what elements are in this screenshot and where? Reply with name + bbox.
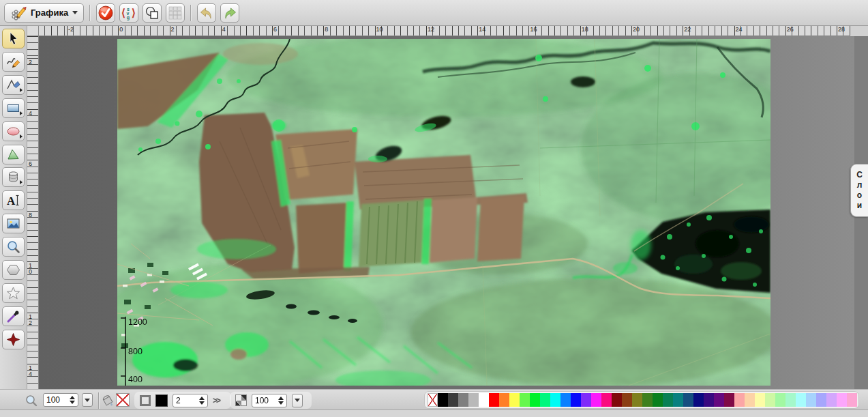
checkerboard-icon[interactable] — [235, 394, 247, 406]
svg-button[interactable]: ⟨ ⟩ s v g — [119, 3, 138, 23]
color-swatch[interactable] — [612, 393, 622, 407]
stroke-width-input[interactable] — [173, 396, 196, 405]
star-tool[interactable] — [2, 283, 25, 303]
hexagon-tool[interactable] — [2, 260, 25, 280]
overlap-shapes-icon — [144, 5, 160, 21]
h-ruler-label: 14 — [479, 26, 485, 33]
combine-shapes-button[interactable] — [143, 3, 162, 23]
v-ruler-label: 6 — [29, 161, 32, 167]
color-swatch[interactable] — [714, 393, 724, 407]
color-swatch[interactable] — [673, 393, 683, 407]
color-swatch[interactable] — [745, 393, 755, 407]
layers-panel-tab[interactable]: С л о и — [850, 164, 868, 217]
grid-button[interactable] — [166, 3, 185, 23]
color-picker-tool[interactable] — [2, 306, 25, 326]
freehand-tool[interactable] — [2, 52, 25, 72]
submenu-arrow-icon — [20, 111, 23, 115]
color-swatch[interactable] — [765, 393, 775, 407]
no-fill-swatch[interactable] — [116, 393, 130, 407]
zoom-spinner[interactable] — [43, 393, 78, 407]
text-tool[interactable]: A — [2, 190, 25, 210]
ellipse-tool[interactable] — [2, 121, 25, 141]
polygon-tool[interactable] — [2, 145, 25, 164]
color-swatch[interactable] — [540, 393, 550, 407]
zoom-dropdown-button[interactable] — [82, 393, 93, 407]
color-swatch[interactable] — [520, 393, 530, 407]
h-ruler-label: 22 — [684, 26, 691, 33]
axis-label-400: 400 — [128, 375, 143, 384]
color-swatch[interactable] — [550, 393, 560, 407]
submenu-arrow-icon — [20, 180, 23, 184]
stroke-color-swatch[interactable] — [155, 394, 168, 407]
color-swatch[interactable] — [837, 393, 847, 407]
bezier-tool[interactable] — [2, 75, 25, 95]
color-swatch[interactable] — [448, 393, 458, 407]
color-swatch[interactable] — [785, 393, 796, 407]
color-swatch[interactable] — [499, 393, 509, 407]
color-swatch[interactable] — [489, 393, 499, 407]
color-swatch[interactable] — [724, 393, 734, 407]
select-tool[interactable] — [2, 29, 25, 48]
magnifier-icon — [5, 239, 21, 255]
v-ruler-label: 1 2 — [29, 314, 32, 326]
top-toolbar: Графика ⟨ ⟩ s v g — [0, 0, 868, 26]
color-swatch[interactable] — [826, 393, 837, 407]
color-swatch[interactable] — [663, 393, 673, 407]
color-swatch[interactable] — [571, 393, 581, 407]
redo-button[interactable] — [220, 3, 239, 23]
red-star-tool[interactable] — [2, 330, 25, 349]
stroke-width-spinner[interactable] — [173, 394, 208, 407]
status-bar — [0, 410, 868, 417]
color-swatch[interactable] — [693, 393, 704, 407]
transparency-spinner[interactable] — [252, 394, 287, 407]
swatch-none[interactable] — [428, 393, 438, 407]
color-swatch[interactable] — [632, 393, 642, 407]
h-ruler-label: 12 — [428, 26, 434, 33]
spinner-arrows-icon[interactable] — [68, 396, 78, 404]
color-swatch[interactable] — [479, 393, 489, 407]
color-swatch[interactable] — [468, 393, 479, 407]
color-swatch[interactable] — [601, 393, 612, 407]
fill-tool-button[interactable] — [101, 393, 115, 407]
cylinder-tool[interactable] — [2, 167, 25, 187]
spinner-arrows-icon[interactable] — [198, 397, 207, 405]
color-swatch[interactable] — [816, 393, 826, 407]
color-swatch[interactable] — [704, 393, 714, 407]
magnifier-icon — [25, 394, 38, 407]
transparency-dropdown-button[interactable] — [292, 394, 303, 407]
svg-text:⟨: ⟨ — [121, 7, 125, 18]
undo-button[interactable] — [197, 3, 216, 23]
graphics-mode-dropdown[interactable]: Графика — [4, 3, 84, 23]
color-swatch[interactable] — [755, 393, 765, 407]
axis-label-800: 800 — [128, 347, 143, 356]
color-swatch[interactable] — [642, 393, 653, 407]
color-swatch[interactable] — [438, 393, 448, 407]
color-swatch[interactable] — [806, 393, 816, 407]
color-swatch[interactable] — [458, 393, 468, 407]
transparency-group — [230, 392, 312, 409]
color-swatch[interactable] — [847, 393, 857, 407]
color-swatch[interactable] — [560, 393, 571, 407]
satellite-image[interactable]: 1200 800 400 — [117, 39, 770, 386]
stroke-expand-button[interactable]: >> — [213, 396, 220, 405]
canvas-area[interactable]: 1200 800 400 — [39, 36, 854, 389]
color-swatch[interactable] — [683, 393, 693, 407]
check-button[interactable] — [96, 3, 115, 23]
rectangle-tool[interactable] — [2, 98, 25, 118]
zoom-tool[interactable] — [2, 237, 25, 257]
color-swatch[interactable] — [653, 393, 663, 407]
color-swatch[interactable] — [509, 393, 520, 407]
color-swatch[interactable] — [622, 393, 632, 407]
transparency-input[interactable] — [252, 396, 275, 405]
color-swatch[interactable] — [581, 393, 591, 407]
color-swatch[interactable] — [591, 393, 601, 407]
color-swatch[interactable] — [734, 393, 745, 407]
color-swatch[interactable] — [796, 393, 806, 407]
image-tool[interactable] — [2, 214, 25, 233]
color-swatch[interactable] — [775, 393, 785, 407]
spinner-arrows-icon[interactable] — [277, 397, 286, 405]
color-swatch[interactable] — [530, 393, 540, 407]
stroke-square-icon[interactable] — [140, 395, 151, 406]
zoom-input[interactable] — [44, 395, 67, 405]
image-icon — [5, 216, 21, 231]
